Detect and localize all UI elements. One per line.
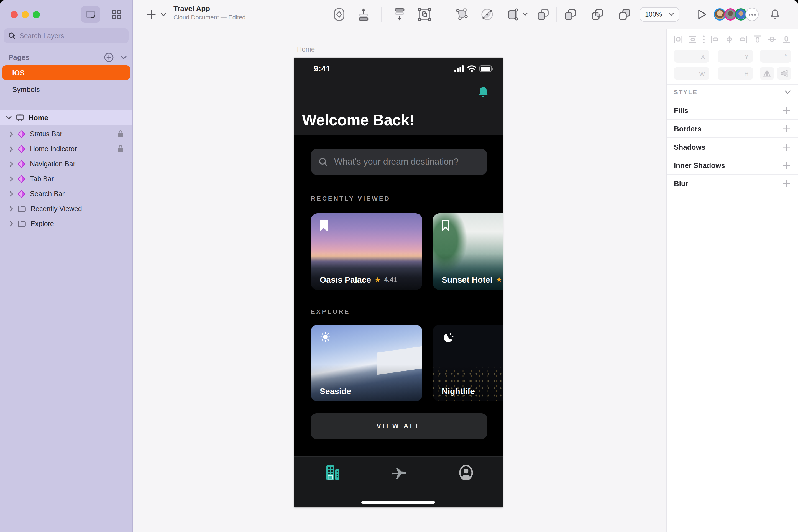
artboard-row-home[interactable]: Home	[0, 110, 132, 125]
hotel-card-sunset-hotel[interactable]: Sunset Hotel ★	[433, 213, 502, 290]
grid-view-button[interactable]	[107, 6, 126, 23]
chevron-right-icon[interactable]	[10, 146, 13, 152]
align-right-icon[interactable]	[739, 35, 748, 44]
transform-oval-button[interactable]	[480, 7, 494, 22]
style-row-inner-shadows[interactable]: Inner Shadows	[667, 156, 798, 174]
style-row-blur[interactable]: Blur	[667, 174, 798, 192]
more-dots-icon[interactable]	[703, 35, 705, 44]
battery-icon	[479, 65, 493, 72]
artboard-icon	[16, 113, 24, 122]
layer-row-tab-bar[interactable]: Tab Bar	[0, 171, 132, 186]
explore-card-seaside[interactable]: Seaside	[311, 325, 422, 401]
boolean-union-button[interactable]	[536, 8, 550, 21]
layer-label: Tab Bar	[30, 175, 54, 183]
canvas[interactable]: Home 9:41	[133, 29, 666, 532]
close-window-button[interactable]	[11, 11, 18, 18]
layer-row-navigation-bar[interactable]: Navigation Bar	[0, 156, 132, 171]
destination-search-input[interactable]: What's your dream destination?	[311, 149, 487, 175]
search-layers-input[interactable]: Search Layers	[4, 28, 129, 43]
rotation-field[interactable]: °	[760, 50, 791, 63]
canvas-view-button[interactable]	[81, 6, 100, 23]
pages-label: Pages	[8, 53, 104, 61]
chevron-right-icon[interactable]	[10, 161, 13, 167]
move-backward-button[interactable]	[393, 7, 406, 22]
style-section-header[interactable]: STYLE	[674, 89, 791, 95]
add-border-icon[interactable]	[782, 125, 791, 133]
style-row-borders[interactable]: Borders	[667, 120, 798, 138]
tab-hotels-building-icon[interactable]	[325, 465, 340, 480]
align-center-horizontal-icon[interactable]	[725, 35, 734, 44]
sun-icon	[320, 332, 330, 342]
add-blur-icon[interactable]	[782, 179, 791, 188]
style-row-fills[interactable]: Fills	[667, 101, 798, 120]
folder-icon	[18, 205, 26, 212]
insert-plus-button[interactable]	[146, 10, 156, 19]
chevron-right-icon[interactable]	[10, 131, 13, 137]
tab-profile-person-icon[interactable]	[459, 465, 473, 480]
boolean-difference-button[interactable]	[618, 8, 631, 21]
layer-row-status-bar[interactable]: Status Bar	[0, 126, 132, 141]
add-inner-shadow-icon[interactable]	[782, 161, 791, 169]
page-item-ios[interactable]: iOS	[2, 65, 130, 80]
lock-icon[interactable]	[117, 130, 124, 137]
resize-frame-chevron-icon[interactable]	[522, 13, 528, 16]
group-selection-button[interactable]	[417, 7, 432, 22]
artboard-title-label[interactable]: Home	[297, 45, 315, 53]
document-title-block[interactable]: Travel App Cloud Document — Edited	[173, 4, 246, 20]
chevron-down-icon[interactable]	[6, 116, 12, 119]
boolean-subtract-button[interactable]	[564, 8, 577, 21]
y-position-field[interactable]: Y	[718, 50, 753, 63]
view-all-button[interactable]: VIEW ALL	[311, 413, 487, 439]
insert-symbol-button[interactable]	[332, 7, 346, 22]
bookmark-filled-icon[interactable]	[320, 220, 327, 232]
align-bottom-icon[interactable]	[782, 35, 791, 44]
collapse-pages-icon[interactable]	[120, 55, 127, 60]
distribute-horizontally-icon[interactable]	[674, 35, 683, 44]
insert-chevron-icon[interactable]	[161, 13, 166, 16]
x-position-field[interactable]: X	[674, 50, 709, 63]
chevron-down-icon[interactable]	[785, 90, 791, 94]
layer-label: Home Indicator	[30, 145, 77, 153]
canvas-view-icon	[86, 10, 96, 19]
chevron-right-icon[interactable]	[10, 176, 13, 182]
chevron-right-icon[interactable]	[10, 206, 13, 211]
boolean-intersect-button[interactable]	[591, 8, 604, 21]
resize-frame-button[interactable]	[506, 7, 520, 22]
align-left-icon[interactable]	[710, 35, 719, 44]
more-collaborators-button[interactable]	[745, 8, 759, 21]
lock-icon[interactable]	[117, 145, 124, 152]
align-middle-vertical-icon[interactable]	[767, 35, 776, 44]
chevron-right-icon[interactable]	[10, 221, 13, 226]
preview-play-button[interactable]	[697, 9, 707, 20]
search-icon	[319, 157, 328, 167]
style-row-shadows[interactable]: Shadows	[667, 138, 798, 156]
width-field[interactable]: W	[674, 67, 709, 80]
add-page-button[interactable]	[104, 53, 114, 62]
notification-bell-icon[interactable]	[477, 87, 489, 100]
layer-row-home-indicator[interactable]: Home Indicator	[0, 141, 132, 156]
layer-row-search-bar[interactable]: Search Bar	[0, 186, 132, 201]
minimize-window-button[interactable]	[22, 11, 29, 18]
layer-row-recently-viewed[interactable]: Recently Viewed	[0, 201, 132, 216]
distribute-vertically-icon[interactable]	[688, 35, 697, 44]
edit-vector-button[interactable]	[454, 7, 469, 22]
chevron-right-icon[interactable]	[10, 191, 13, 196]
zoom-level-dropdown[interactable]: 100%	[640, 7, 679, 22]
flip-horizontal-button[interactable]	[760, 67, 774, 80]
align-top-icon[interactable]	[754, 35, 762, 44]
page-item-symbols[interactable]: Symbols	[2, 82, 130, 96]
flip-vertical-button[interactable]	[777, 67, 791, 80]
notifications-bell-icon[interactable]	[770, 8, 780, 20]
explore-card-nightlife[interactable]: Nightlife	[433, 325, 502, 401]
height-field[interactable]: H	[718, 67, 753, 80]
tab-flights-plane-icon[interactable]	[391, 467, 408, 479]
bookmark-outline-icon[interactable]	[442, 220, 450, 232]
move-forward-button[interactable]	[357, 7, 370, 22]
hotel-card-oasis-palace[interactable]: Oasis Palace ★ 4.41	[311, 213, 422, 290]
layer-row-explore[interactable]: Explore	[0, 216, 132, 231]
artboard-home[interactable]: 9:41 Welc	[294, 58, 502, 507]
recently-viewed-cards: Oasis Palace ★ 4.41 Sunset Hotel ★	[311, 213, 502, 290]
add-shadow-icon[interactable]	[782, 143, 791, 151]
add-fill-icon[interactable]	[782, 106, 791, 114]
zoom-window-button[interactable]	[33, 11, 40, 18]
